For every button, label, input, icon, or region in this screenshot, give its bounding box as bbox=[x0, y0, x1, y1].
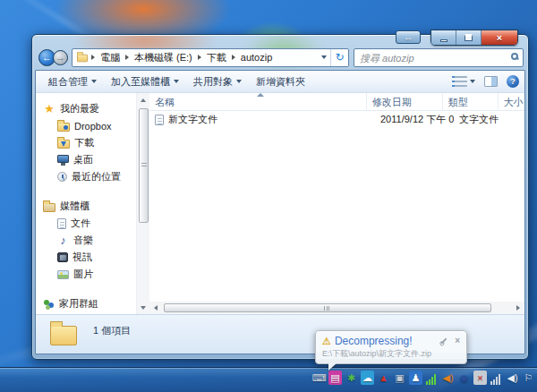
scrollbar-thumb[interactable] bbox=[164, 303, 491, 312]
sidebar-item-videos[interactable]: 視訊 bbox=[36, 249, 136, 266]
breadcrumb[interactable]: 電腦 本機磁碟 (E:) 下載 autozip bbox=[72, 49, 318, 66]
breadcrumb-item-drive-e[interactable]: 本機磁碟 (E:) bbox=[132, 51, 195, 64]
command-toolbar: 組合管理 加入至媒體櫃 共用對象 新增資料夾 bbox=[36, 71, 524, 93]
forward-button[interactable]: → bbox=[53, 50, 68, 65]
titlebar[interactable]: ↔ × bbox=[35, 35, 525, 47]
file-list: 名稱 修改日期 類型 大小 新文字文件 2011/9/12 下午 0... bbox=[149, 93, 524, 314]
sidebar-item-downloads[interactable]: 下載 bbox=[36, 134, 136, 151]
videos-label: 視訊 bbox=[72, 251, 92, 264]
forward-arrow-icon: → bbox=[55, 52, 65, 63]
sidebar-item-documents[interactable]: 文件 bbox=[36, 215, 136, 232]
breadcrumb-item-downloads[interactable]: 下載 bbox=[204, 51, 229, 64]
column-header-date-modified[interactable]: 修改日期 bbox=[367, 93, 443, 110]
picture-icon bbox=[57, 270, 69, 279]
wrench-icon[interactable] bbox=[441, 337, 448, 344]
alert-app-icon[interactable]: ▲ bbox=[377, 371, 390, 385]
notification-pointer bbox=[328, 363, 337, 371]
notification-close-icon[interactable]: × bbox=[455, 337, 460, 345]
scroll-left-icon bbox=[154, 305, 158, 311]
new-folder-button[interactable]: 新增資料夾 bbox=[249, 72, 312, 91]
search-box bbox=[354, 48, 524, 67]
breadcrumb-item-autozip[interactable]: autozip bbox=[238, 52, 275, 63]
organize-button[interactable]: 組合管理 bbox=[41, 72, 104, 91]
sort-ascending-icon bbox=[257, 93, 264, 97]
snap-tool-button[interactable]: ↔ bbox=[396, 30, 421, 44]
display-settings-icon[interactable]: ▣ bbox=[393, 371, 406, 385]
folder-icon bbox=[50, 326, 77, 345]
close-button[interactable]: × bbox=[482, 30, 517, 45]
pictures-label: 圖片 bbox=[73, 268, 93, 281]
minimize-button[interactable] bbox=[431, 30, 456, 45]
breadcrumb-separator-icon bbox=[232, 55, 235, 60]
share-with-label: 共用對象 bbox=[193, 75, 233, 89]
search-icon[interactable] bbox=[511, 53, 518, 60]
refresh-button[interactable]: ↻ bbox=[330, 49, 348, 66]
scroll-left-button[interactable] bbox=[149, 302, 162, 314]
change-view-button[interactable] bbox=[453, 76, 475, 87]
horizontal-scrollbar[interactable] bbox=[149, 302, 524, 314]
document-icon bbox=[57, 218, 66, 229]
dropbox-label: Dropbox bbox=[74, 121, 112, 132]
chevron-down-icon bbox=[174, 80, 179, 83]
scroll-right-button[interactable] bbox=[512, 302, 524, 314]
desktop-monitor-icon bbox=[57, 155, 69, 163]
file-row-new-text-document[interactable]: 新文字文件 2011/9/12 下午 0... 文字文件 bbox=[149, 111, 524, 128]
back-arrow-icon: ← bbox=[42, 52, 52, 63]
wireless-signal-icon[interactable] bbox=[425, 371, 439, 385]
explorer-client-area: 組合管理 加入至媒體櫃 共用對象 新增資料夾 bbox=[35, 70, 525, 354]
address-dropdown-button[interactable] bbox=[318, 49, 330, 66]
notification-title: Decompressing! bbox=[335, 335, 437, 347]
sidebar-item-desktop[interactable]: 桌面 bbox=[36, 151, 136, 168]
scroll-down-button[interactable] bbox=[137, 301, 150, 314]
share-with-button[interactable]: 共用對象 bbox=[186, 72, 249, 91]
text-file-icon bbox=[155, 115, 164, 125]
breadcrumb-item-computer[interactable]: 電腦 bbox=[98, 51, 123, 64]
input-language-icon[interactable]: ⌨ bbox=[312, 371, 326, 385]
scroll-up-button[interactable] bbox=[137, 93, 150, 107]
file-date-modified: 2011/9/12 下午 0... bbox=[375, 113, 454, 126]
minimize-icon bbox=[440, 39, 448, 42]
autozip-tray-icon[interactable]: ▤ bbox=[328, 371, 342, 385]
chevron-down-icon bbox=[91, 80, 97, 83]
search-input[interactable] bbox=[354, 49, 523, 66]
file-name: 新文字文件 bbox=[168, 113, 217, 126]
power-disconnected-icon[interactable]: × bbox=[473, 371, 487, 385]
signal-strength-icon[interactable] bbox=[490, 371, 503, 385]
sidebar-section-libraries[interactable]: 媒體櫃 bbox=[36, 198, 136, 215]
preview-pane-button[interactable] bbox=[484, 76, 498, 87]
scroll-up-icon bbox=[141, 98, 146, 102]
action-center-flag-icon[interactable]: ⚐ bbox=[522, 371, 535, 385]
scroll-down-icon bbox=[141, 306, 146, 310]
navigation-pane: ★ 我的最愛 Dropbox 下載 桌面 最近的位置 bbox=[36, 93, 136, 314]
antivirus-icon[interactable]: ✱ bbox=[345, 371, 358, 385]
video-icon bbox=[57, 252, 68, 262]
column-header-name[interactable]: 名稱 bbox=[149, 93, 367, 110]
network-users-icon[interactable]: ♟ bbox=[409, 371, 422, 385]
maximize-button[interactable] bbox=[456, 30, 482, 45]
browser-icon[interactable]: ◉ bbox=[457, 371, 471, 385]
add-to-library-button[interactable]: 加入至媒體櫃 bbox=[104, 72, 186, 91]
column-header-size[interactable]: 大小 bbox=[499, 93, 524, 110]
audio-app-icon[interactable]: ◀) bbox=[441, 371, 455, 385]
sidebar-item-pictures[interactable]: 圖片 bbox=[36, 266, 136, 283]
scroll-right-icon bbox=[516, 305, 520, 311]
sidebar-section-homegroup[interactable]: 家用群組 bbox=[36, 295, 136, 312]
documents-label: 文件 bbox=[71, 217, 90, 230]
help-button[interactable]: ? bbox=[507, 75, 519, 88]
organize-label: 組合管理 bbox=[48, 75, 88, 89]
cloud-sync-icon[interactable]: ☁ bbox=[361, 371, 374, 385]
taskbar[interactable]: ⌨ ▤ ✱ ☁ ▲ ▣ ♟ ◀) ◉ × ◀) ⚐ bbox=[0, 367, 537, 392]
volume-icon[interactable]: ◀) bbox=[506, 371, 519, 385]
preview-pane-icon bbox=[484, 76, 498, 87]
sidebar-item-recent-places[interactable]: 最近的位置 bbox=[36, 168, 136, 185]
column-header-type[interactable]: 類型 bbox=[443, 93, 499, 110]
chevron-down-icon bbox=[236, 80, 242, 83]
music-label: 音樂 bbox=[73, 234, 93, 247]
sidebar-scrollbar[interactable] bbox=[136, 93, 149, 314]
sidebar-item-music[interactable]: ♪ 音樂 bbox=[36, 232, 136, 249]
new-folder-label: 新增資料夾 bbox=[256, 75, 305, 89]
sidebar-section-favorites[interactable]: ★ 我的最愛 bbox=[36, 100, 136, 117]
star-icon: ★ bbox=[43, 104, 55, 115]
scrollbar-thumb[interactable] bbox=[139, 108, 149, 223]
sidebar-item-dropbox[interactable]: Dropbox bbox=[36, 117, 136, 134]
